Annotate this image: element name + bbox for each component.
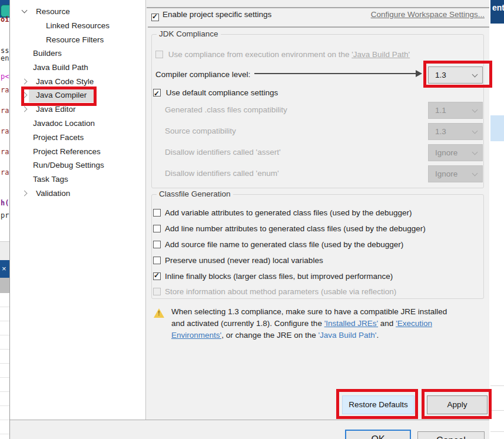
sidebar-item-label: Java Code Style [36, 75, 94, 89]
code-fragment: en [1, 54, 9, 62]
chevron-right-icon[interactable] [22, 107, 28, 112]
code-fragment: h( [1, 199, 9, 207]
enable-project-settings-label: Enable project specific settings [163, 8, 271, 21]
sidebar-item-label: Run/Debug Settings [33, 158, 104, 172]
compliance-level-select[interactable]: 1.3 [428, 66, 483, 84]
code-fragment: ra [1, 148, 9, 156]
java-compiler-settings-panel: Enable project specific settings Configu… [147, 0, 489, 420]
chevron-right-icon[interactable] [22, 92, 28, 98]
cancel-button[interactable]: Cancel [417, 431, 485, 439]
sidebar-item-label: Resource [36, 5, 70, 19]
chevron-right-icon[interactable] [22, 79, 28, 85]
sidebar-item-label: Builders [33, 46, 62, 61]
source-compat-label: Source compatibility [165, 127, 236, 135]
enable-project-settings-checkbox[interactable] [151, 14, 159, 21]
close-icon[interactable]: × [2, 264, 6, 273]
sidebar-item-project-references[interactable]: Project References [10, 145, 145, 159]
warning-icon [154, 308, 164, 318]
ok-button[interactable]: OK [345, 430, 411, 439]
java-build-path-link[interactable]: 'Java Build Path' [318, 331, 376, 340]
use-compliance-from-env-label: Use compliance from execution environmen… [168, 50, 352, 59]
background-table-rows [0, 293, 9, 439]
sidebar-item-label: Task Tags [33, 172, 68, 187]
sidebar-item-resource-filters[interactable]: Resource Filters [10, 33, 145, 47]
divider [148, 26, 489, 28]
sidebar-item-label: Javadoc Location [33, 117, 95, 131]
jdk-compliance-group: JDK Compliance Use compliance from execu… [151, 34, 484, 188]
use-default-compliance-checkbox[interactable] [153, 89, 161, 97]
source-compat-select: 1.3 [428, 123, 483, 140]
background-right-strip: ent [489, 0, 504, 439]
divider [490, 431, 504, 432]
sidebar-item-java-build-path[interactable]: Java Build Path [10, 61, 145, 75]
generated-class-compat-value: 1.1 [435, 102, 446, 118]
preserve-unused-locals-checkbox[interactable] [153, 257, 161, 264]
dialog-button-bar: OK Cancel [10, 420, 489, 439]
divider [490, 385, 504, 386]
generated-class-compat-label: Generated .class files compatibility [165, 105, 287, 114]
code-fragment: oi [1, 15, 9, 24]
background-highlight-strip [490, 115, 504, 141]
sidebar-item-label: Validation [36, 187, 70, 201]
apply-button[interactable]: Apply [427, 395, 488, 414]
preferences-tree: Resource Linked Resources Resource Filte… [10, 0, 146, 420]
add-variable-attributes-label: Add variable attributes to generated cla… [165, 207, 412, 219]
code-fragment: ra [1, 168, 9, 177]
code-fragment: ra [1, 107, 9, 115]
background-panel-strip [0, 241, 9, 261]
code-fragment: p< [1, 72, 9, 81]
sidebar-item-validation[interactable]: Validation [10, 187, 145, 201]
add-line-number-attributes-checkbox[interactable] [153, 225, 161, 232]
chevron-down-icon [472, 72, 478, 78]
properties-dialog: Resource Linked Resources Resource Filte… [9, 0, 489, 439]
sidebar-item-javadoc-location[interactable]: Javadoc Location [10, 117, 145, 131]
warning-message: When selecting 1.3 compliance, make sure… [171, 306, 453, 341]
code-fragment: ss [1, 46, 9, 55]
disallow-assert-label: Disallow identifiers called 'assert' [165, 148, 280, 157]
warning-text-segment: and [378, 319, 396, 328]
restore-defaults-button[interactable]: Restore Defaults [342, 395, 415, 414]
code-fragment: ra [1, 86, 9, 94]
sidebar-item-label: Linked Resources [46, 19, 110, 33]
chevron-down-icon[interactable] [22, 8, 28, 14]
classfile-generation-group: Classfile Generation Add variable attrib… [151, 194, 484, 299]
add-source-file-name-label: Add source file name to generated class … [165, 239, 403, 251]
chevron-down-icon [472, 171, 478, 177]
sidebar-item-resource[interactable]: Resource [10, 5, 145, 19]
source-compat-value: 1.3 [435, 124, 446, 139]
divider [490, 410, 504, 411]
generated-class-compat-select: 1.1 [428, 102, 483, 119]
inline-finally-blocks-label: Inline finally blocks (larger class file… [165, 271, 393, 282]
sidebar-item-project-facets[interactable]: Project Facets [10, 131, 145, 145]
sidebar-item-linked-resources[interactable]: Linked Resources [10, 19, 145, 33]
configure-workspace-settings-link[interactable]: Configure Workspace Settings... [371, 8, 485, 21]
sidebar-item-label: Java Editor [36, 102, 76, 117]
background-view-tab: × [0, 260, 9, 278]
chevron-down-icon [472, 149, 478, 155]
add-variable-attributes-checkbox[interactable] [153, 209, 161, 217]
chevron-down-icon [472, 107, 478, 113]
sidebar-item-java-code-style[interactable]: Java Code Style [10, 75, 145, 89]
sidebar-item-java-editor[interactable]: Java Editor [10, 102, 145, 117]
sidebar-item-run-debug-settings[interactable]: Run/Debug Settings [10, 158, 145, 172]
disallow-enum-value: Ignore [435, 166, 457, 182]
inline-finally-blocks-checkbox[interactable] [153, 272, 161, 280]
installed-jres-link[interactable]: 'Installed JREs' [324, 319, 378, 328]
chevron-right-icon[interactable] [22, 191, 28, 197]
warning-text-segment: , or change the JRE on the [221, 331, 318, 340]
sidebar-item-label: Project References [33, 145, 101, 159]
compliance-level-label: Compiler compliance level: [155, 70, 250, 79]
add-source-file-name-checkbox[interactable] [153, 241, 161, 248]
use-compliance-from-env-checkbox [155, 51, 163, 58]
sidebar-item-label: Java Compiler [36, 88, 87, 102]
group-title: Classfile Generation [157, 189, 233, 198]
warning-text-segment: . [376, 331, 379, 340]
sidebar-item-java-compiler[interactable]: Java Compiler [10, 88, 145, 102]
compliance-level-value: 1.3 [435, 67, 446, 83]
panel-header-strip [147, 0, 489, 8]
sidebar-item-builders[interactable]: Builders [10, 46, 145, 61]
store-method-parameters-checkbox [153, 288, 161, 295]
sidebar-item-task-tags[interactable]: Task Tags [10, 172, 145, 187]
store-method-parameters-label: Store information about method parameter… [165, 286, 396, 298]
disallow-enum-label: Disallow identifiers called 'enum' [165, 169, 279, 178]
